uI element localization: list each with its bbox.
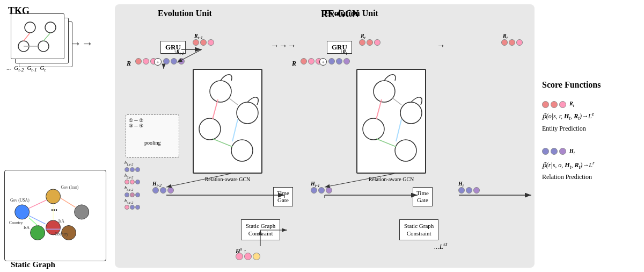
lst-label: ...Lst (434, 241, 447, 251)
hs-label: Hs ↑ (236, 246, 246, 254)
static-graph-label: Static Graph (11, 260, 55, 269)
gru-box-2: GRU (327, 41, 352, 54)
svg-text:Country: Country (55, 232, 68, 237)
evo-unit-label-2: Evolution Unit (324, 9, 378, 18)
pooling-box: ① ─ ② ③ ─ ④ (126, 114, 179, 158)
plus-circle-2: + (319, 58, 327, 66)
svg-point-22 (15, 205, 30, 219)
svg-point-26 (31, 226, 45, 240)
svg-text:Gov (Iran): Gov (Iran) (61, 185, 79, 190)
r-cluster-2 (301, 58, 322, 65)
svg-line-45 (213, 99, 218, 119)
time-gate-2: TimeGate (413, 187, 433, 206)
gcn-box-1: Relation-aware GCN (193, 69, 262, 174)
sgc-box-2: Static GraphConstraint (399, 219, 438, 240)
r-bar-1: R (127, 60, 131, 68)
svg-point-15 (25, 22, 35, 33)
h-stack: h1,t-2 h2,t-2 h3,t-2 h4,t-2 (125, 160, 140, 210)
svg-point-18 (38, 41, 49, 52)
svg-line-52 (392, 98, 401, 105)
relation-formula: p̃(r|s, o, Ht, Rt)→Lr (542, 160, 639, 170)
left-dots: ... (51, 203, 57, 213)
time-label-gt2: Gt-2 (14, 65, 24, 73)
svg-line-54 (396, 119, 401, 141)
time-gate-1: TimeGate (273, 187, 293, 206)
svg-point-40 (210, 81, 231, 102)
regcn-panel: RE-GCN Evolution Unit Evolution Unit GRU… (115, 4, 535, 268)
svg-text:Gov (USA): Gov (USA) (10, 198, 30, 203)
svg-point-49 (400, 102, 422, 124)
svg-point-25 (46, 189, 61, 204)
svg-text:IsA: IsA (24, 225, 30, 230)
svg-point-48 (374, 81, 395, 102)
dots-after-2: → (437, 41, 445, 51)
h-t-score-cluster: Ht (542, 148, 639, 155)
r-t-score-cluster: Rt (542, 101, 639, 108)
time-label-gt: Gt (40, 65, 46, 73)
r-t1-label: Rt-1 (194, 33, 203, 40)
svg-point-50 (363, 118, 384, 140)
h-cluster-1 (163, 58, 185, 65)
gcn-label-2: Relation-aware GCN (369, 176, 414, 182)
r-cluster-1 (135, 58, 157, 65)
gcn-label-1: Relation-aware GCN (205, 176, 251, 182)
evo-unit-label-1: Evolution Unit (158, 9, 212, 18)
svg-line-19 (24, 33, 30, 41)
r-t-label: Rt (361, 33, 365, 40)
score-panel: Score Functions Rt p̃(o|s, r, Ht, Rt)→Le… (537, 0, 644, 272)
svg-text:IsA: IsA (58, 219, 65, 224)
svg-point-43 (231, 140, 253, 161)
svg-line-30 (61, 198, 76, 207)
svg-line-55 (376, 139, 396, 147)
svg-line-47 (213, 139, 232, 147)
r-bar-2: R (292, 60, 296, 68)
plus-circle-1: + (154, 58, 162, 66)
svg-point-41 (237, 102, 258, 124)
svg-point-42 (199, 118, 221, 140)
tkg-arrow: →→ (70, 37, 93, 51)
dots-between-1: →→→ (270, 41, 296, 51)
svg-point-24 (75, 205, 89, 219)
h-t-label: Ht (458, 181, 464, 188)
tkg-stack (11, 13, 75, 83)
left-panel: TKG (0, 0, 113, 272)
entity-prediction-label: Entity Prediction (542, 125, 639, 133)
h-t1-label: Ht-1 (311, 181, 320, 188)
svg-point-51 (395, 140, 416, 161)
time-label-gt1: Gt-1 (27, 65, 36, 73)
svg-line-53 (376, 99, 382, 119)
svg-point-16 (45, 22, 56, 33)
gcn-box-2: Relation-aware GCN (356, 69, 426, 174)
svg-line-44 (229, 98, 238, 105)
sgc-box-1: Static GraphConstraint (241, 219, 280, 240)
score-title: Score Functions (542, 80, 639, 90)
h-t2-label: Ht-2 (152, 181, 162, 188)
r-t-final-label: Rt (503, 33, 508, 40)
static-graph-box: Gov (USA) Gov (Iran) Country IsA IsA Cou… (4, 170, 106, 261)
relation-prediction-label: Relation Prediction (542, 173, 639, 181)
svg-line-33 (29, 218, 38, 225)
time-labels: ... Gt-2 Gt-1 Gt (6, 65, 46, 73)
pool-items: ① ─ ② ③ ─ ④ (129, 118, 143, 128)
entity-formula: p̃(o|s, r, Ht, Rt)→Le (542, 111, 639, 121)
r-arrow-label-1: ↑Rt-1 (174, 49, 184, 56)
time-label-dots: ... (6, 65, 11, 73)
svg-text:Country: Country (9, 220, 23, 225)
h-cluster-2 (328, 58, 350, 65)
svg-line-28 (29, 200, 47, 208)
svg-line-46 (232, 119, 238, 141)
svg-line-20 (43, 33, 50, 41)
pooling-label: pooling (144, 140, 161, 146)
r-arrow-label-2: ↑Rt (340, 49, 347, 56)
tkg-card-1 (11, 13, 64, 59)
main-container: TKG (0, 0, 644, 272)
